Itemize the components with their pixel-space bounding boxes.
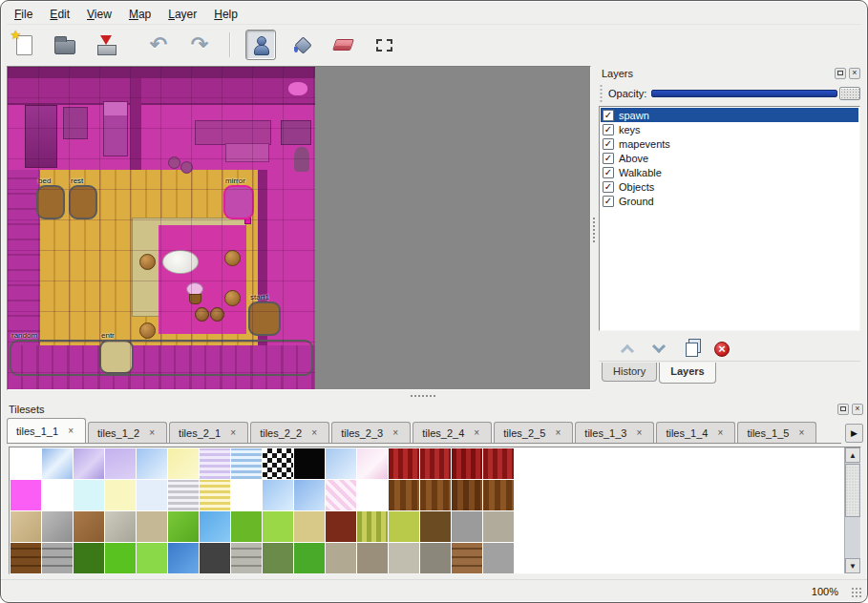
tile-3-13[interactable] (420, 543, 451, 573)
tile-0-4[interactable] (137, 448, 167, 479)
tile-2-1[interactable] (42, 511, 73, 542)
tile-3-5[interactable] (168, 543, 199, 573)
tile-3-10[interactable] (326, 543, 356, 573)
tile-2-15[interactable] (483, 511, 514, 542)
tile-2-8[interactable] (263, 511, 293, 542)
tile-3-15[interactable] (483, 543, 514, 573)
menu-item-edit[interactable]: Edit (42, 5, 77, 24)
lower-layer-button[interactable] (647, 339, 670, 360)
tile-2-4[interactable] (137, 511, 167, 542)
map-object-start1[interactable]: start1 (248, 302, 281, 336)
tileset-tab-tiles_1_1[interactable]: tiles_1_1× (7, 418, 86, 443)
tile-3-7[interactable] (231, 543, 262, 573)
eraser-tool-button[interactable] (328, 30, 358, 60)
tile-1-1[interactable] (42, 480, 73, 510)
resize-grip[interactable] (851, 587, 863, 599)
tile-0-7[interactable] (231, 448, 262, 479)
close-tab-icon[interactable]: × (471, 427, 482, 439)
tile-0-13[interactable] (420, 448, 451, 479)
tab-history[interactable]: History (602, 363, 657, 382)
tile-3-1[interactable] (42, 543, 73, 573)
float-panel-icon[interactable] (837, 404, 849, 415)
tileset-tab-tiles_2_3[interactable]: tiles_2_3× (331, 422, 411, 443)
opacity-slider-track[interactable] (651, 90, 837, 97)
tile-1-9[interactable] (294, 480, 325, 510)
close-tab-icon[interactable]: × (714, 427, 726, 439)
rect-select-tool-button[interactable] (369, 30, 399, 60)
raise-layer-button[interactable] (616, 339, 639, 360)
layer-checkbox[interactable]: ✓ (603, 110, 614, 121)
menu-item-layer[interactable]: Layer (160, 5, 204, 24)
tile-3-3[interactable] (105, 543, 136, 573)
tile-0-0[interactable] (11, 448, 41, 479)
tile-3-11[interactable] (357, 543, 388, 573)
tile-2-12[interactable] (389, 511, 419, 542)
tile-1-11[interactable] (357, 480, 388, 510)
tile-2-2[interactable] (74, 511, 104, 542)
tile-0-2[interactable] (74, 448, 104, 479)
close-panel-icon[interactable]: × (852, 404, 863, 415)
layer-row-Walkable[interactable]: ✓Walkable (601, 165, 858, 179)
layer-row-Above[interactable]: ✓Above (601, 151, 858, 165)
map-object-rest[interactable]: rest (69, 185, 97, 219)
tile-2-7[interactable] (231, 511, 262, 542)
tile-0-9[interactable] (294, 448, 325, 479)
tile-1-13[interactable] (420, 480, 451, 510)
tile-0-11[interactable] (357, 448, 388, 479)
tileset-tab-tiles_2_1[interactable]: tiles_2_1× (169, 422, 248, 443)
tile-3-12[interactable] (389, 543, 419, 573)
menu-item-help[interactable]: Help (206, 5, 245, 24)
tile-0-10[interactable] (326, 448, 356, 479)
map-object-random[interactable]: random (10, 340, 313, 376)
tile-2-13[interactable] (420, 511, 451, 542)
close-tab-icon[interactable]: × (633, 427, 645, 439)
layer-row-Objects[interactable]: ✓Objects (601, 179, 858, 194)
tile-2-10[interactable] (326, 511, 356, 542)
layer-row-spawn[interactable]: ✓spawn (601, 108, 858, 122)
layer-row-Ground[interactable]: ✓Ground (601, 194, 858, 208)
tile-1-12[interactable] (389, 480, 419, 510)
close-tab-icon[interactable]: × (308, 427, 320, 439)
tileset-tab-tiles_2_2[interactable]: tiles_2_2× (250, 422, 329, 443)
tile-2-11[interactable] (357, 511, 388, 542)
tile-1-4[interactable] (137, 480, 167, 510)
tile-3-2[interactable] (74, 543, 104, 573)
duplicate-layer-button[interactable] (679, 339, 702, 360)
opacity-slider[interactable] (651, 87, 860, 100)
tile-3-8[interactable] (263, 543, 293, 573)
tile-0-14[interactable] (452, 448, 482, 479)
tileset-tab-tiles_1_2[interactable]: tiles_1_2× (88, 422, 167, 443)
layer-checkbox[interactable]: ✓ (603, 181, 614, 193)
menu-item-map[interactable]: Map (121, 5, 159, 24)
tile-0-6[interactable] (200, 448, 230, 479)
tile-1-0[interactable] (11, 480, 41, 510)
tile-2-6[interactable] (200, 511, 230, 542)
tile-0-3[interactable] (105, 448, 136, 479)
layer-row-keys[interactable]: ✓keys (601, 122, 858, 136)
map-canvas[interactable]: bedrestmirrorstart1randomentr (8, 67, 315, 390)
tile-2-5[interactable] (168, 511, 199, 542)
map-view[interactable]: bedrestmirrorstart1randomentr (7, 66, 591, 390)
layer-checkbox[interactable]: ✓ (603, 124, 614, 135)
open-map-button[interactable] (50, 30, 80, 60)
tab-scroll-right-button[interactable]: ▶ (845, 424, 863, 443)
tile-0-8[interactable] (263, 448, 293, 479)
delete-layer-button[interactable] (710, 339, 733, 360)
opacity-slider-handle[interactable] (839, 87, 860, 100)
tab-layers[interactable]: Layers (659, 363, 715, 384)
tile-2-0[interactable] (11, 511, 41, 542)
tile-3-4[interactable] (137, 543, 167, 573)
tileset-tab-tiles_2_5[interactable]: tiles_2_5× (494, 422, 573, 443)
float-panel-icon[interactable] (835, 68, 846, 79)
close-tab-icon[interactable]: × (390, 427, 401, 439)
layer-checkbox[interactable]: ✓ (603, 138, 614, 150)
tile-0-15[interactable] (483, 448, 514, 479)
tile-3-0[interactable] (11, 543, 41, 573)
tile-0-12[interactable] (389, 448, 419, 479)
new-map-button[interactable] (9, 30, 39, 60)
redo-button[interactable] (184, 30, 215, 60)
tileset-view[interactable]: ▲ ▼ (9, 447, 861, 574)
layer-checkbox[interactable]: ✓ (603, 196, 614, 207)
tile-1-7[interactable] (231, 480, 262, 510)
tile-1-2[interactable] (74, 480, 104, 510)
